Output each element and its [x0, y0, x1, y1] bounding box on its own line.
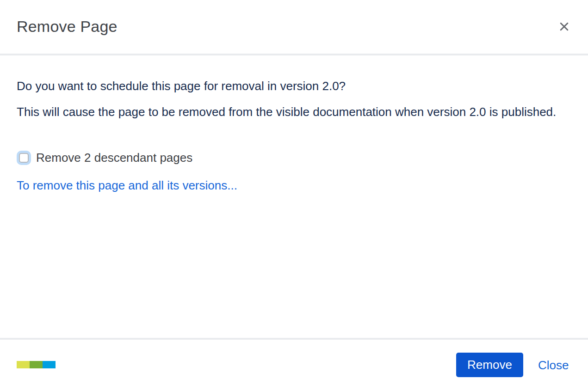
description-text: This will cause the page to be removed f…: [17, 103, 572, 121]
descendants-checkbox-row[interactable]: Remove 2 descendant pages: [17, 151, 192, 165]
brand-logo: [17, 361, 56, 368]
dialog-footer: Remove Close: [0, 340, 588, 385]
remove-page-dialog: Remove Page Do you want to schedule this…: [0, 0, 588, 385]
header-divider: [0, 54, 588, 55]
remove-all-versions-link[interactable]: To remove this page and all its versions…: [17, 178, 237, 193]
descendants-checkbox[interactable]: [19, 153, 29, 163]
question-text: Do you want to schedule this page for re…: [17, 77, 572, 95]
close-link[interactable]: Close: [538, 358, 569, 373]
dialog-title: Remove Page: [17, 18, 118, 36]
descendants-checkbox-focus-ring: [17, 151, 31, 165]
descendants-checkbox-label: Remove 2 descendant pages: [36, 151, 192, 165]
dialog-header: Remove Page: [0, 0, 588, 54]
logo-block-green: [30, 361, 43, 368]
remove-button[interactable]: Remove: [456, 353, 523, 377]
logo-block-blue: [43, 361, 56, 368]
close-icon: [558, 20, 570, 33]
close-button[interactable]: [555, 17, 573, 36]
logo-block-yellow: [17, 361, 30, 368]
